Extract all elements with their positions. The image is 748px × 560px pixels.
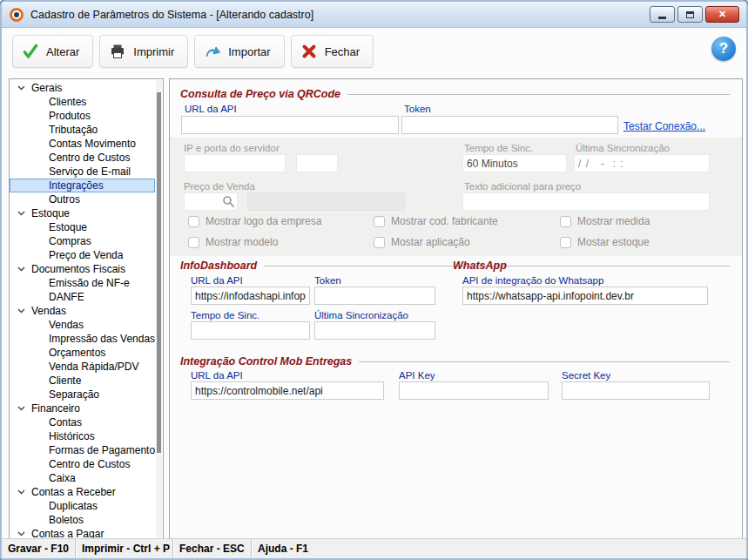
sidebar-item-centro-de-custos[interactable]: Centro de Custos [10, 457, 155, 471]
sidebar-item-clientes[interactable]: Clientes [10, 95, 155, 109]
check-icon [22, 43, 39, 60]
extra-price-text-input [462, 192, 710, 211]
sidebar-item-danfe[interactable]: DANFE [10, 290, 155, 304]
checkbox-mostar-estoque: Mostar estoque [560, 236, 650, 248]
status-fechar: Fechar - ESC [173, 539, 252, 558]
main-panel: Consulta de Preço via QRCode URL da API … [169, 78, 743, 539]
id-sync-input[interactable] [191, 321, 310, 340]
status-imprimir: Imprimir - Ctrl + P [76, 539, 173, 558]
status-gravar: Gravar - F10 [2, 539, 76, 558]
sidebar-item-estoque[interactable]: Estoque [10, 220, 155, 234]
chevron-down-icon [17, 406, 25, 411]
sale-price-code-input [184, 192, 238, 211]
wa-api-input[interactable] [462, 287, 708, 305]
id-sync-label: Tempo de Sinc. [191, 310, 259, 320]
sidebar-group-estoque[interactable]: Estoque [10, 206, 155, 220]
titlebar: Cadastro de Parâmetros do Sistema - [Alt… [2, 2, 746, 28]
sidebar-item-emissao-de-nf-e[interactable]: Emissão de NF-e [10, 276, 155, 290]
wa-api-label: API de integração do Whatsapp [462, 275, 603, 286]
sidebar-item-venda-rapida-pdv[interactable]: Venda Rápida/PDV [10, 360, 155, 374]
sidebar-group-documentos-fiscais[interactable]: Documentos Fiscais [10, 262, 155, 276]
qrcode-token-input[interactable] [401, 116, 618, 134]
sidebar-item-caixa[interactable]: Caixa [10, 471, 155, 485]
import-arrow-icon [204, 43, 221, 60]
last-sync-input [574, 154, 710, 172]
sync-time-input [462, 154, 567, 172]
chevron-down-icon [17, 489, 25, 495]
sidebar-item-outros[interactable]: Outros [10, 192, 155, 206]
app-window: Cadastro de Parâmetros do Sistema - [Alt… [0, 0, 748, 560]
cm-secret-key-input[interactable] [562, 381, 710, 400]
chevron-down-icon [17, 267, 25, 272]
sidebar-group-financeiro[interactable]: Financeiro [10, 401, 155, 415]
sidebar-item-orcamentos[interactable]: Orçamentos [10, 346, 155, 360]
window-title: Cadastro de Parâmetros do Sistema - [Alt… [30, 9, 313, 21]
chevron-down-icon [17, 531, 25, 536]
sidebar-item-formas-de-pagamento[interactable]: Formas de Pagamento [10, 443, 155, 457]
sidebar-item-integracoes[interactable]: Integrações [10, 179, 155, 192]
checkbox-box-icon [188, 216, 199, 227]
qrcode-token-label: Token [404, 104, 431, 114]
sale-price-desc-input [247, 192, 405, 211]
id-last-sync-input[interactable] [314, 321, 435, 340]
imprimir-button[interactable]: Imprimir [99, 35, 188, 68]
printer-icon [109, 43, 126, 60]
status-ajuda: Ajuda - F1 [252, 539, 356, 558]
cm-url-input[interactable] [191, 381, 384, 400]
id-token-label: Token [314, 275, 341, 286]
chevron-down-icon [17, 211, 25, 216]
statusbar: Gravar - F10 Imprimir - Ctrl + P Fechar … [2, 538, 746, 558]
sale-price-label: Preço de Venda [184, 181, 255, 192]
id-url-input[interactable] [191, 287, 310, 305]
importar-button[interactable]: Importar [194, 35, 284, 68]
checkbox-box-icon [560, 216, 571, 227]
sidebar-item-vendas[interactable]: Vendas [10, 318, 155, 332]
checkbox-mostrar-logo-da-empresa: Mostrar logo da empresa [188, 215, 321, 227]
sidebar-item-centro-de-custos[interactable]: Centro de Custos [10, 151, 155, 165]
sidebar-group-contas-a-receber[interactable]: Contas a Receber [10, 485, 155, 499]
chevron-down-icon [17, 308, 25, 314]
sidebar-item-impressao-das-vendas[interactable]: Impressão das Vendas [10, 332, 155, 346]
qrcode-url-input[interactable] [181, 116, 399, 134]
sidebar-item-cliente[interactable]: Cliente [10, 374, 155, 388]
test-connection-link[interactable]: Testar Conexão... [623, 120, 705, 132]
help-button[interactable]: ? [711, 37, 736, 61]
ip-input [184, 154, 286, 172]
port-input [296, 154, 338, 172]
checkbox-mostrar-cod-fabricante: Mostrar cod. fabricante [374, 215, 498, 227]
close-button[interactable]: ✕ [705, 6, 739, 23]
sidebar-item-preco-de-venda[interactable]: Preço de Venda [10, 248, 155, 262]
sidebar-item-duplicatas[interactable]: Duplicatas [10, 499, 155, 513]
sidebar-item-compras[interactable]: Compras [10, 234, 155, 248]
section-qrcode-header: Consulta de Preço via QRCode [180, 88, 730, 100]
checkbox-mostrar-modelo: Mostrar modelo [188, 236, 278, 248]
fechar-button[interactable]: Fechar [291, 35, 374, 68]
sidebar-group-contas-a-pagar[interactable]: Contas a Pagar [10, 527, 155, 539]
sidebar-item-servico-de-e-mail[interactable]: Serviço de E-mail [10, 165, 155, 179]
sidebar-item-tributacao[interactable]: Tributação [10, 123, 155, 137]
restore-icon [686, 11, 694, 18]
checkbox-box-icon [374, 216, 385, 227]
id-token-input[interactable] [314, 287, 435, 305]
sidebar-item-contas[interactable]: Contas [10, 415, 155, 429]
sidebar-group-vendas[interactable]: Vendas [10, 304, 155, 318]
sidebar-scrollbar[interactable] [156, 80, 162, 537]
scrollbar-thumb[interactable] [157, 92, 161, 453]
checkbox-box-icon [188, 237, 199, 248]
sidebar-group-gerais[interactable]: Gerais [10, 81, 155, 95]
toolbar: Alterar Imprimir Importar Fechar [3, 28, 745, 77]
sidebar-item-separacao[interactable]: Separação [10, 388, 155, 401]
sidebar-item-contas-movimento[interactable]: Contas Movimento [10, 137, 155, 151]
section-whatsapp-header: WhatsApp [453, 260, 730, 272]
checkbox-box-icon [374, 237, 385, 248]
sidebar-item-boletos[interactable]: Boletos [10, 513, 155, 527]
restore-button[interactable] [677, 6, 703, 23]
question-mark-icon: ? [719, 40, 728, 57]
last-sync-label: Última Sincronização [576, 143, 670, 153]
minimize-button[interactable] [650, 6, 675, 23]
sidebar-item-historicos[interactable]: Históricos [10, 429, 155, 443]
sidebar-item-produtos[interactable]: Produtos [10, 109, 155, 123]
cm-api-key-input[interactable] [399, 381, 549, 400]
alterar-button[interactable]: Alterar [12, 35, 93, 68]
red-x-icon [300, 43, 318, 60]
